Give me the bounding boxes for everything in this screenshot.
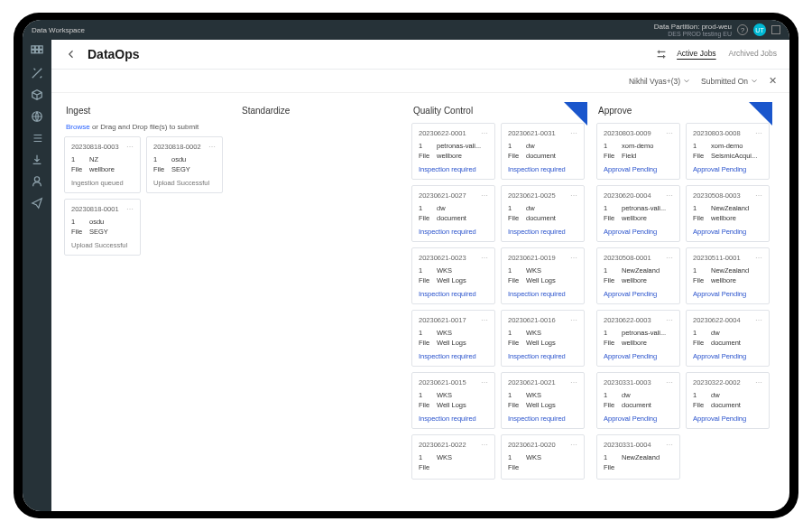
card-menu-icon[interactable]: ⋯ <box>481 381 488 385</box>
card-count: 1 <box>693 391 706 399</box>
card-row: 20230621-0023⋯1WKSFileWell LogsInspectio… <box>411 247 587 304</box>
filter-sort[interactable]: Submitted On <box>701 77 758 86</box>
tools-icon[interactable] <box>31 67 43 79</box>
job-card[interactable]: 20230508-0003⋯1NewZealandFilewellboreApp… <box>686 185 770 242</box>
partition-label: Data Partition: prod-weu <box>654 23 732 31</box>
avatar[interactable]: UT <box>753 23 766 36</box>
settings-icon[interactable] <box>655 48 668 61</box>
job-card[interactable]: 20230621-0023⋯1WKSFileWell LogsInspectio… <box>411 247 495 304</box>
list-icon[interactable] <box>31 132 43 144</box>
card-unit: File <box>604 152 616 160</box>
card-menu-icon[interactable]: ⋯ <box>755 132 762 135</box>
card-menu-icon[interactable]: ⋯ <box>570 381 577 385</box>
card-menu-icon[interactable]: ⋯ <box>666 443 673 447</box>
card-count: 1 <box>693 204 706 212</box>
job-card[interactable]: 20230622-0004⋯1dwFiledocumentApproval Pe… <box>686 310 770 367</box>
card-menu-icon[interactable]: ⋯ <box>666 381 673 385</box>
job-card[interactable]: 20230621-0015⋯1WKSFileWell LogsInspectio… <box>411 372 495 429</box>
card-menu-icon[interactable]: ⋯ <box>570 443 577 447</box>
card-menu-icon[interactable]: ⋯ <box>570 319 577 322</box>
card-menu-icon[interactable]: ⋯ <box>666 132 673 135</box>
card-name1: NewZealand <box>622 266 673 275</box>
card-status: Inspection required <box>508 165 577 173</box>
card-menu-icon[interactable]: ⋯ <box>755 381 762 385</box>
card-menu-icon[interactable]: ⋯ <box>570 194 577 198</box>
apps-icon[interactable] <box>31 45 43 58</box>
card-menu-icon[interactable]: ⋯ <box>666 194 673 198</box>
card-status: Approval Pending <box>604 228 673 236</box>
partition-sub: DES PROD testing EU <box>654 31 732 37</box>
card-menu-icon[interactable]: ⋯ <box>481 443 488 447</box>
job-card[interactable]: 20230621-0017⋯1WKSFileWell LogsInspectio… <box>411 310 495 367</box>
job-card[interactable]: 20230621-0025⋯1dwFiledocumentInspection … <box>501 185 585 242</box>
svg-rect-4 <box>35 50 39 53</box>
tab-archived-jobs[interactable]: Archived Jobs <box>729 49 777 60</box>
job-card[interactable]: 20230621-0031⋯1dwFiledocumentInspection … <box>501 123 585 180</box>
card-count: 1 <box>508 204 521 212</box>
card-menu-icon[interactable]: ⋯ <box>126 145 134 149</box>
job-card[interactable]: 20230322-0002⋯1dwFiledocumentApproval Pe… <box>686 372 770 429</box>
card-menu-icon[interactable]: ⋯ <box>666 319 673 322</box>
filter-user[interactable]: Nikhil Vyas+(3) <box>629 77 690 86</box>
card-unit: File <box>508 463 521 471</box>
job-card[interactable]: 20230331-0004⋯1NewZealandFile <box>596 434 680 480</box>
card-menu-icon[interactable]: ⋯ <box>481 256 488 260</box>
help-icon[interactable]: ? <box>737 24 748 35</box>
card-menu-icon[interactable]: ⋯ <box>570 256 577 260</box>
card-menu-icon[interactable]: ⋯ <box>755 256 762 260</box>
job-card[interactable]: 20230803-0009⋯1xom-demoFileFieldApproval… <box>596 123 680 180</box>
job-card[interactable]: 20230803-0008⋯1xom-demoFileSeismicAcqui.… <box>686 123 770 180</box>
card-name2: Well Logs <box>526 339 577 347</box>
card-name2: document <box>437 214 488 222</box>
job-card[interactable]: 20230818-0003⋯1NZFilewellboreIngestion q… <box>64 136 141 193</box>
fullscreen-icon[interactable] <box>771 25 780 34</box>
job-card[interactable]: 20230621-0016⋯1WKSFileWell LogsInspectio… <box>501 310 585 367</box>
job-card[interactable]: 20230621-0021⋯1WKSFileWell LogsInspectio… <box>501 372 585 429</box>
box-icon[interactable] <box>31 88 43 101</box>
job-card[interactable]: 20230331-0003⋯1dwFiledocumentApproval Pe… <box>596 372 680 429</box>
ingest-dropzone[interactable]: Browse or Drag and Drop file(s) to submi… <box>66 123 229 131</box>
board: Ingest Browse or Drag and Drop file(s) t… <box>51 93 789 511</box>
job-card[interactable]: 20230621-0020⋯1WKSFile <box>501 434 585 480</box>
send-icon[interactable] <box>31 197 43 210</box>
card-menu-icon[interactable]: ⋯ <box>481 319 488 322</box>
card-unit: File <box>604 276 616 284</box>
job-card[interactable]: 20230621-0019⋯1WKSFileWell LogsInspectio… <box>501 247 585 304</box>
card-name1: petronas-vali... <box>622 204 673 212</box>
job-card[interactable]: 20230508-0001⋯1NewZealandFilewellboreApp… <box>596 247 680 304</box>
card-count: 1 <box>71 218 84 226</box>
back-icon[interactable] <box>64 47 78 61</box>
job-card[interactable]: 20230620-0004⋯1petronas-vali...Filewellb… <box>596 185 680 242</box>
card-row: 20230621-0022⋯1WKSFile20230621-0020⋯1WKS… <box>411 434 587 480</box>
card-menu-icon[interactable]: ⋯ <box>481 132 488 135</box>
card-name1: NewZealand <box>711 204 762 212</box>
card-id: 20230620-0004 <box>604 191 651 200</box>
card-id: 20230621-0023 <box>419 254 466 262</box>
card-menu-icon[interactable]: ⋯ <box>570 132 577 135</box>
card-menu-icon[interactable]: ⋯ <box>208 145 216 149</box>
card-menu-icon[interactable]: ⋯ <box>755 194 762 198</box>
card-count: 1 <box>419 142 431 150</box>
job-card[interactable]: 20230621-0022⋯1WKSFile <box>411 434 495 480</box>
job-card[interactable]: 20230818-0002⋯1osduFileSEGYUpload Succes… <box>146 136 223 193</box>
download-icon[interactable] <box>31 154 43 166</box>
tab-active-jobs[interactable]: Active Jobs <box>677 49 715 60</box>
job-card[interactable]: 20230621-0027⋯1dwFiledocumentInspection … <box>411 185 495 242</box>
card-count: 1 <box>419 329 431 337</box>
card-menu-icon[interactable]: ⋯ <box>126 208 134 211</box>
card-menu-icon[interactable]: ⋯ <box>666 256 673 260</box>
job-card[interactable]: 20230622-0003⋯1petronas-vali...Filewellb… <box>596 310 680 367</box>
card-unit: File <box>419 152 431 160</box>
job-card[interactable]: 20230511-0001⋯1NewZealandFilewellboreApp… <box>686 247 770 304</box>
job-card[interactable]: 20230622-0001⋯1petronas-vali...Filewellb… <box>411 123 495 180</box>
card-count: 1 <box>508 453 521 461</box>
browse-link[interactable]: Browse <box>66 123 90 131</box>
card-menu-icon[interactable]: ⋯ <box>755 319 762 322</box>
card-unit: File <box>508 214 521 222</box>
user-icon[interactable] <box>31 175 43 188</box>
card-menu-icon[interactable]: ⋯ <box>481 194 488 198</box>
close-icon[interactable]: ✕ <box>769 75 777 87</box>
globe-icon[interactable] <box>31 110 43 123</box>
job-card[interactable]: 20230818-0001⋯1osduFileSEGYUpload Succes… <box>64 199 141 256</box>
card-count: 1 <box>604 266 616 275</box>
